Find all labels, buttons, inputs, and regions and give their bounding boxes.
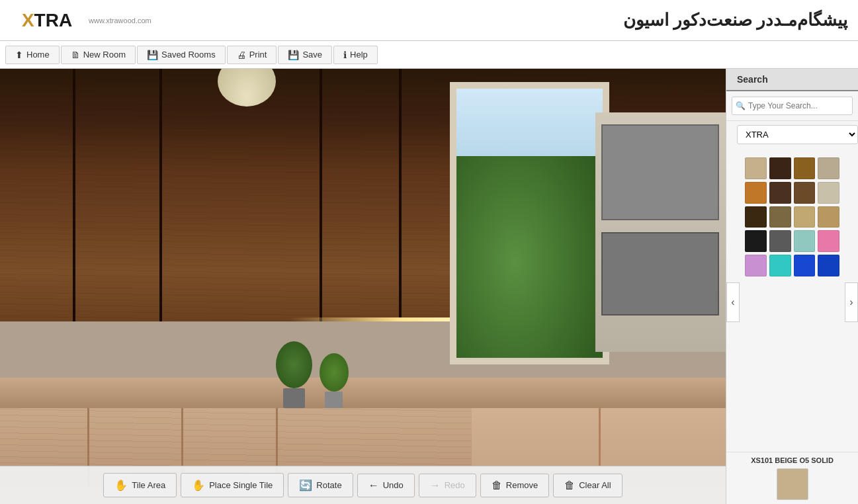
selected-product: XS101 BEIGE O5 SOLID (726, 452, 858, 504)
plant-1 (276, 341, 312, 408)
undo-button[interactable]: ← Undo (357, 474, 415, 497)
app-title: پیشگام‌مـددر صنعت‌دکور اسیون (623, 10, 847, 30)
rotate-label: Rotate (316, 480, 341, 490)
new-room-icon: 🗎 (71, 50, 80, 60)
kitchen-scene (0, 69, 726, 504)
swatch-7[interactable] (794, 182, 816, 204)
swatch-17[interactable] (745, 255, 767, 276)
rotate-button[interactable]: 🔄 Rotate (288, 473, 353, 497)
nav-help[interactable]: ℹ Help (333, 46, 378, 64)
swatches-container: ‹ › (726, 152, 858, 452)
swatch-16[interactable] (818, 230, 839, 252)
remove-label: Remove (506, 480, 538, 490)
nav-saved-rooms[interactable]: 💾 Saved Rooms (137, 46, 226, 64)
small-cabinet (601, 124, 719, 220)
redo-button[interactable]: → Redo (419, 474, 476, 497)
logo-x: X (22, 10, 34, 31)
remove-button[interactable]: 🗑 Remove (480, 474, 549, 497)
rotate-icon: 🔄 (299, 479, 312, 491)
logo: XTRA www.xtrawood.com (11, 6, 151, 35)
bottom-toolbar: ✋ Tile Area ✋ Place Single Tile 🔄 Rotate… (0, 466, 726, 504)
nav-new-room-label: New Room (83, 50, 126, 60)
swatch-1[interactable] (745, 157, 767, 179)
swatch-14[interactable] (769, 230, 791, 252)
saved-rooms-icon: 💾 (147, 50, 158, 60)
selected-swatch[interactable] (777, 468, 808, 500)
clear-all-icon: 🗑 (564, 480, 575, 491)
swatch-13[interactable] (745, 230, 767, 252)
undo-label: Undo (383, 480, 404, 490)
swatch-4[interactable] (818, 157, 839, 179)
swatch-3[interactable] (794, 157, 816, 179)
swatch-20[interactable] (818, 255, 839, 276)
nav-help-label: Help (350, 50, 368, 60)
small-cabinet-2 (601, 232, 719, 316)
swatch-10[interactable] (769, 206, 791, 228)
clear-all-label: Clear All (579, 480, 611, 490)
nav-saved-rooms-label: Saved Rooms (161, 50, 216, 60)
nav-save-label: Save (302, 50, 322, 60)
swatch-6[interactable] (769, 182, 791, 204)
header: XTRA www.xtrawood.com پیشگام‌مـددر صنعت‌… (0, 0, 858, 41)
nav-save[interactable]: 💾 Save (278, 46, 332, 64)
nav-print[interactable]: 🖨 Print (227, 46, 277, 64)
carousel-next-button[interactable]: › (845, 282, 858, 322)
window-sky (456, 89, 603, 156)
search-input[interactable] (732, 97, 853, 115)
countertop (0, 378, 726, 408)
print-icon: 🖨 (237, 50, 246, 60)
search-input-wrapper: 🔍 (726, 91, 858, 121)
swatch-15[interactable] (794, 230, 816, 252)
cabinet-divider-1 (73, 69, 75, 321)
search-icon: 🔍 (736, 101, 746, 110)
swatch-9[interactable] (745, 206, 767, 228)
cabinet-divider-4 (399, 69, 402, 321)
nav-print-label: Print (249, 50, 267, 60)
tile-area-label: Tile Area (132, 480, 165, 490)
save-icon: 💾 (288, 50, 299, 60)
logo-tra: TRA (34, 10, 73, 31)
redo-icon: → (430, 480, 441, 491)
clear-all-button[interactable]: 🗑 Clear All (553, 474, 622, 497)
cabinet-divider-2 (159, 69, 162, 321)
selected-product-name: XS101 BEIGE O5 SOLID (732, 456, 853, 464)
swatch-5[interactable] (745, 182, 767, 204)
swatch-11[interactable] (794, 206, 816, 228)
carousel-prev-button[interactable]: ‹ (726, 282, 740, 322)
nav-home[interactable]: ⬆ Home (5, 46, 60, 64)
brand-select[interactable]: XTRA (737, 125, 858, 144)
search-tab[interactable]: Search (726, 69, 858, 91)
swatch-19[interactable] (794, 255, 816, 276)
swatch-18[interactable] (769, 255, 791, 276)
nav-home-label: Home (26, 50, 50, 60)
cabinet-divider-3 (320, 69, 322, 321)
nav-new-room[interactable]: 🗎 New Room (61, 46, 136, 64)
help-icon: ℹ (343, 50, 347, 60)
place-single-label: Place Single Tile (209, 480, 273, 490)
navbar: ⬆ Home 🗎 New Room 💾 Saved Rooms 🖨 Print … (0, 41, 858, 69)
canvas-area[interactable]: ✋ Tile Area ✋ Place Single Tile 🔄 Rotate… (0, 69, 726, 504)
window (450, 82, 609, 365)
undo-icon: ← (368, 480, 379, 491)
main-layout: ✋ Tile Area ✋ Place Single Tile 🔄 Rotate… (0, 69, 858, 504)
place-single-button[interactable]: ✋ Place Single Tile (181, 473, 284, 497)
tile-area-button[interactable]: ✋ Tile Area (103, 473, 177, 497)
brand-select-wrapper: XTRA (726, 121, 858, 152)
swatch-2[interactable] (769, 157, 791, 179)
right-wall (595, 112, 726, 352)
swatch-12[interactable] (818, 206, 839, 228)
logo-url: www.xtrawood.com (89, 17, 151, 24)
right-panel: Search 🔍 XTRA ‹ › (726, 69, 858, 504)
color-grid (726, 152, 858, 282)
remove-icon: 🗑 (492, 480, 502, 491)
logo-image: XTRA (11, 6, 83, 35)
plant-2 (320, 353, 349, 408)
tile-area-icon: ✋ (114, 479, 128, 491)
place-single-icon: ✋ (192, 479, 205, 491)
redo-label: Redo (445, 480, 465, 490)
home-icon: ⬆ (15, 50, 23, 60)
swatch-8[interactable] (818, 182, 839, 204)
